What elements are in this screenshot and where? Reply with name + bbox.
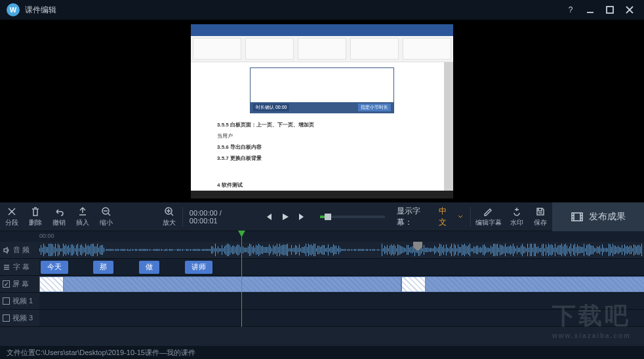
title-bar: W 课件编辑 ? [0,0,644,20]
close-button[interactable] [622,2,637,18]
audio-track: 音 频 [0,242,644,259]
screen-checkbox[interactable] [3,280,10,288]
video1-checkbox[interactable] [3,297,10,305]
status-bar: 文件位置 C:\Users\star\Desktop\2019-10-15课件—… [0,346,644,359]
save-button[interactable]: 保存 [529,202,552,231]
volume-slider[interactable] [320,216,386,218]
insert-button[interactable]: 插入 [71,202,94,231]
subtitle-track-header: 字 幕 [0,259,39,275]
subtitle-display-toggle[interactable]: 显示字幕：中文 [397,206,464,228]
toolbar: 分段 删除 撤销 插入 缩小 放大 00:00:00 / 00:00:01 显示… [0,202,644,231]
minimize-button[interactable] [582,2,598,18]
delete-button[interactable]: 删除 [24,202,47,231]
editor-panel: 分段 删除 撤销 插入 缩小 放大 00:00:00 / 00:00:01 显示… [0,202,644,327]
subtitle-track: 字 幕 今天 那 做 讲师 [0,259,644,276]
file-location-label: 文件位置 [7,348,35,358]
next-button[interactable] [295,210,310,224]
film-icon [571,210,584,223]
audio-waveform[interactable] [39,242,644,258]
video3-checkbox[interactable] [3,314,10,322]
watermark-button[interactable]: 水印 [505,202,529,231]
zoom-in-button[interactable]: 放大 [157,202,181,231]
subtitle-tag[interactable]: 讲师 [185,261,212,274]
split-button[interactable]: 分段 [0,202,24,231]
screen-track: 屏 幕 [0,276,644,293]
timeline: 00:00 音 频 字 幕 今天 那 做 讲师 [0,231,644,327]
prev-button[interactable] [261,210,275,224]
video1-track: 视频 1 [0,293,644,310]
undo-button[interactable]: 撤销 [47,202,71,231]
svg-rect-1 [607,7,613,13]
video3-track: 视频 3 [0,310,644,327]
zoom-out-button[interactable]: 缩小 [94,202,118,231]
subtitle-tag[interactable]: 做 [139,261,159,274]
screen-track-header: 屏 幕 [0,276,39,292]
menu-icon [3,263,10,271]
edit-subtitle-button[interactable]: 编辑字幕 [472,202,505,231]
file-location-path: C:\Users\star\Desktop\2019-10-15课件—我的课件 [35,348,195,358]
app-logo-icon: W [7,3,20,16]
svg-line-6 [108,214,110,216]
time-display: 00:00:00 / 00:00:01 [190,209,252,225]
maximize-button[interactable] [602,2,618,18]
timeline-ruler[interactable]: 00:00 [0,231,644,242]
video1-track-header: 视频 1 [0,293,39,309]
subtitle-tag[interactable]: 那 [93,261,113,274]
screen-clip[interactable] [401,276,644,292]
svg-point-4 [11,211,12,212]
audio-track-header: 音 频 [0,242,39,258]
publish-button[interactable]: 发布成果 [552,202,644,231]
screen-clip[interactable] [39,276,401,292]
help-button[interactable]: ? [563,2,578,18]
app-title: 课件编辑 [25,5,559,16]
speaker-icon [3,246,10,254]
chevron-down-icon [457,214,464,220]
play-button[interactable] [278,210,292,224]
video3-track-header: 视频 3 [0,310,39,326]
svg-line-9 [171,214,173,216]
subtitle-tag[interactable]: 今天 [41,261,68,274]
preview-document: 时长确认 00:00 指定小节时长 3.5.5 白板页面：上一页、下一页、增加页… [191,24,453,198]
playhead[interactable] [241,231,242,327]
video-preview: 时长确认 00:00 指定小节时长 3.5.5 白板页面：上一页、下一页、增加页… [0,20,644,202]
